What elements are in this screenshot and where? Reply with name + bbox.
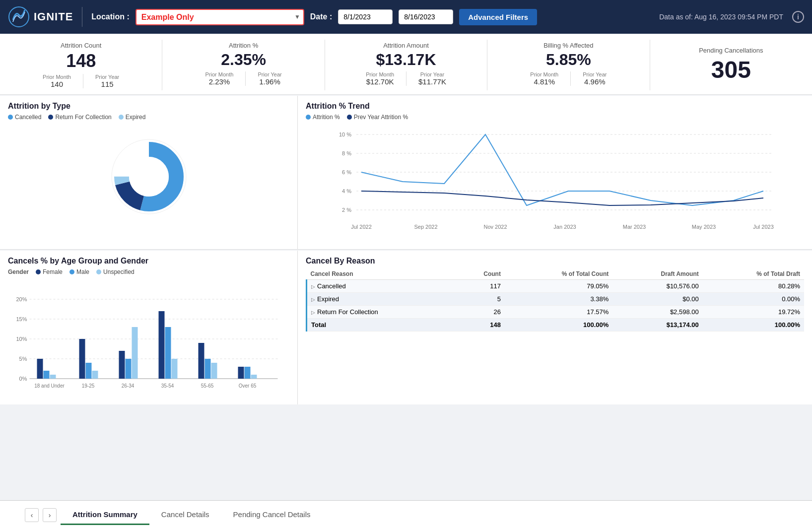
- svg-rect-39: [92, 371, 98, 379]
- location-select[interactable]: Example Only: [135, 9, 304, 25]
- data-as-of-label: Data as of: Aug 16, 2023 09:54 PM PDT: [659, 13, 783, 21]
- cancel-by-reason-panel: Cancel By Reason Cancel Reason Count % o…: [298, 251, 812, 404]
- charts-row-bottom: Cancels % by Age Group and Gender Gender…: [0, 251, 812, 404]
- svg-rect-51: [211, 363, 217, 379]
- svg-text:Nov 2022: Nov 2022: [483, 224, 507, 230]
- svg-text:55-65: 55-65: [201, 383, 214, 389]
- svg-rect-55: [251, 375, 257, 379]
- svg-rect-49: [199, 343, 204, 379]
- svg-text:0%: 0%: [19, 376, 27, 382]
- legend-prev-year: Prev Year Attrition %: [347, 114, 408, 121]
- svg-text:5%: 5%: [19, 356, 27, 362]
- header-divider: [82, 7, 82, 27]
- svg-text:8 %: 8 %: [342, 150, 351, 156]
- male-dot: [69, 269, 74, 274]
- svg-rect-35: [50, 375, 56, 379]
- col-pct-draft: % of Total Draft: [703, 268, 804, 280]
- donut-chart-container: [8, 125, 289, 229]
- svg-text:May 2023: May 2023: [692, 224, 716, 230]
- svg-text:26-34: 26-34: [122, 383, 135, 389]
- kpi-attrition-count-prior-month: Prior Month 140: [43, 74, 71, 88]
- info-icon[interactable]: i: [792, 11, 804, 23]
- cancels-age-gender-panel: Cancels % by Age Group and Gender Gender…: [0, 251, 298, 404]
- svg-text:2 %: 2 %: [342, 207, 351, 213]
- svg-rect-41: [119, 351, 125, 379]
- kpi-pending-cancellations: Pending Cancellations 305: [650, 40, 812, 90]
- app-header: IGNITE Location : Example Only ▼ Date : …: [0, 0, 812, 34]
- cancelled-dot: [8, 115, 13, 120]
- attrition-pct-dot: [306, 115, 311, 120]
- svg-rect-45: [159, 311, 165, 379]
- attrition-by-type-title: Attrition by Type: [8, 102, 289, 111]
- main-content: Attrition Count 148 Prior Month 140 Prio…: [0, 34, 812, 500]
- location-select-wrapper[interactable]: Example Only ▼: [135, 9, 304, 25]
- tab-pending-cancel-details[interactable]: Pending Cancel Details: [221, 505, 323, 525]
- date-start-input[interactable]: [338, 9, 393, 24]
- kpi-attrition-amount: Attrition Amount $13.17K Prior Month $12…: [325, 40, 487, 90]
- svg-rect-46: [165, 327, 171, 379]
- expired-dot: [119, 115, 124, 120]
- cancels-age-gender-title: Cancels % by Age Group and Gender: [8, 257, 289, 265]
- svg-rect-33: [37, 359, 43, 379]
- tab-cancel-details[interactable]: Cancel Details: [149, 505, 221, 525]
- svg-text:Jul 2022: Jul 2022: [351, 224, 372, 230]
- donut-chart: [99, 127, 199, 226]
- legend-attrition-pct: Attrition %: [306, 114, 340, 121]
- svg-text:15%: 15%: [16, 316, 27, 322]
- svg-text:10%: 10%: [16, 336, 27, 342]
- svg-text:10 %: 10 %: [339, 132, 351, 137]
- kpi-attrition-count-prior-year: Prior Year 115: [95, 74, 119, 88]
- col-pct-count: % of Total Count: [505, 268, 612, 280]
- attrition-trend-panel: Attrition % Trend Attrition % Prev Year …: [298, 96, 812, 249]
- svg-text:Sep 2022: Sep 2022: [414, 224, 437, 230]
- table-total-row: Total 148 100.00% $13,174.00 100.00%: [307, 318, 805, 331]
- svg-text:19-25: 19-25: [82, 383, 95, 389]
- tab-attrition-summary[interactable]: Attrition Summary: [61, 505, 149, 525]
- attrition-trend-legend: Attrition % Prev Year Attrition %: [306, 114, 804, 121]
- cancel-reason-table: Cancel Reason Count % of Total Count Dra…: [306, 268, 804, 331]
- attrition-by-type-panel: Attrition by Type Cancelled Return For C…: [0, 96, 298, 249]
- svg-text:35-54: 35-54: [161, 383, 174, 389]
- kpi-attrition-pct: Attrition % 2.35% Prior Month 2.23% Prio…: [162, 40, 325, 90]
- logo-area: IGNITE: [8, 6, 73, 28]
- cancel-by-reason-title: Cancel By Reason: [306, 257, 804, 265]
- svg-point-5: [129, 157, 169, 197]
- legend-cancelled: Cancelled: [8, 114, 41, 121]
- kpi-attrition-count-sub: Prior Month 140 Prior Year 115: [8, 74, 154, 88]
- app-title: IGNITE: [34, 10, 73, 23]
- date-end-input[interactable]: [399, 9, 453, 24]
- tab-prev-button[interactable]: ‹: [25, 508, 39, 522]
- bar-chart: 20% 15% 10% 5% 0% 18 and Under 19-25: [8, 279, 289, 398]
- svg-rect-54: [245, 367, 251, 379]
- location-label: Location :: [91, 12, 129, 21]
- svg-rect-53: [238, 367, 244, 379]
- tab-bar: ‹ › Attrition Summary Cancel Details Pen…: [0, 500, 812, 529]
- svg-text:6 %: 6 %: [342, 169, 351, 175]
- advanced-filters-button[interactable]: Advanced Filters: [459, 9, 537, 25]
- unspecified-dot: [96, 269, 101, 274]
- kpi-divider: [83, 74, 83, 88]
- col-count: Count: [455, 268, 505, 280]
- attrition-by-type-legend: Cancelled Return For Collection Expired: [8, 114, 289, 121]
- svg-rect-50: [205, 359, 211, 379]
- legend-rfc: Return For Collection: [48, 114, 111, 121]
- svg-text:Jan 2023: Jan 2023: [553, 224, 576, 230]
- svg-rect-38: [86, 363, 92, 379]
- svg-text:20%: 20%: [16, 296, 27, 302]
- svg-rect-47: [172, 359, 178, 379]
- female-dot: [36, 269, 41, 274]
- cancels-gender-legend: Gender Female Male Unspecified: [8, 268, 289, 275]
- table-row: ▷Return For Collection 26 17.57% $2,598.…: [307, 305, 805, 318]
- kpi-billing-pct: Billing % Affected 5.85% Prior Month 4.8…: [487, 40, 650, 90]
- svg-rect-34: [44, 371, 50, 379]
- tab-next-button[interactable]: ›: [43, 508, 57, 522]
- kpi-attrition-count-title: Attrition Count: [8, 42, 154, 49]
- svg-text:Over 65: Over 65: [239, 383, 257, 389]
- svg-rect-42: [126, 359, 132, 379]
- kpi-row: Attrition Count 148 Prior Month 140 Prio…: [0, 34, 812, 95]
- svg-text:Jul 2023: Jul 2023: [753, 224, 774, 230]
- legend-expired: Expired: [119, 114, 146, 121]
- kpi-attrition-count: Attrition Count 148 Prior Month 140 Prio…: [0, 40, 162, 90]
- logo-icon: [8, 6, 30, 28]
- svg-text:Mar 2023: Mar 2023: [623, 224, 646, 230]
